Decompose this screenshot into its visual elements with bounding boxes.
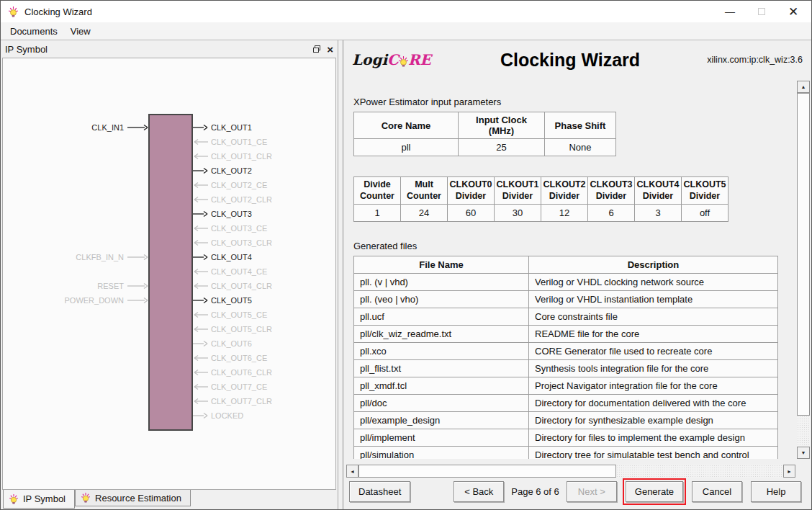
wizard-footer: Datasheet < Back Page 6 of 6 Next > Gene… xyxy=(343,478,811,509)
port-clk_out6_clr: CLK_OUT6_CLR xyxy=(211,367,272,377)
table-cell: Verilog or VHDL instantiation template xyxy=(529,291,778,308)
scroll-up-button[interactable]: ▲ xyxy=(797,81,810,93)
table-cell: Directory tree for simulatable test benc… xyxy=(529,447,778,459)
table-cell: 12 xyxy=(541,205,588,222)
back-button[interactable]: < Back xyxy=(454,481,504,502)
close-icon: ✕ xyxy=(788,6,798,18)
maximize-icon xyxy=(758,8,765,15)
table-cell: 6 xyxy=(588,205,635,222)
port-clk_out6: CLK_OUT6 xyxy=(211,339,252,349)
close-button[interactable]: ✕ xyxy=(782,3,804,20)
column-header: File Name xyxy=(354,256,529,274)
column-header: Mult Counter xyxy=(401,177,448,205)
port-clk_in1: CLK_IN1 xyxy=(3,122,124,133)
table-cell: 1 xyxy=(354,205,401,222)
generated-files-table: File NameDescriptionpll. (v | vhd)Verilo… xyxy=(353,256,778,459)
table-row: pll25None xyxy=(354,139,616,156)
port-clk_out3_clr: CLK_OUT3_CLR xyxy=(211,238,272,248)
wizard-page-panel: LogiCRE Clocking Wizard xilinx.com:ip:cl… xyxy=(343,40,811,509)
port-clk_out4_ce: CLK_OUT4_CE xyxy=(211,267,267,277)
port-clk_out1_clr: CLK_OUT1_CLR xyxy=(211,151,272,161)
minimize-button[interactable]: — xyxy=(719,3,741,20)
column-header: Phase Shift xyxy=(545,112,616,139)
maximize-button[interactable] xyxy=(751,3,772,20)
table-cell: 30 xyxy=(495,205,541,222)
generate-highlight-box: Generate xyxy=(623,478,686,505)
table-cell: pll_flist.txt xyxy=(354,360,529,377)
port-clk_out3: CLK_OUT3 xyxy=(211,209,252,219)
column-header: CLKOUT3 Divider xyxy=(588,177,635,205)
table-cell: pll/example_design xyxy=(354,412,529,429)
tab-label: Resource Estimation xyxy=(95,493,181,504)
column-header: Divide Counter xyxy=(354,177,401,205)
datasheet-button[interactable]: Datasheet xyxy=(349,481,410,502)
port-power_down: POWER_DOWN xyxy=(3,295,124,305)
title-bar: Clocking Wizard — ✕ xyxy=(1,1,811,22)
vertical-scroll-thumb[interactable] xyxy=(797,93,810,416)
ip-symbol-panel: IP Symbol × CLK_OUT1CLK_OUT1_CECLK_OUT1_… xyxy=(1,40,338,509)
page-indicator: Page 6 of 6 xyxy=(511,486,559,497)
port-clk_out2_clr: CLK_OUT2_CLR xyxy=(211,194,272,205)
dock-title: IP Symbol xyxy=(5,44,48,55)
table-cell: pll/clk_wiz_readme.txt xyxy=(354,326,529,343)
port-clk_out2: CLK_OUT2 xyxy=(211,166,252,176)
float-panel-icon[interactable] xyxy=(312,45,321,53)
table-row: pll/clk_wiz_readme.txtREADME file for th… xyxy=(354,326,778,343)
port-clk_out5_clr: CLK_OUT5_CLR xyxy=(211,324,272,334)
menu-documents[interactable]: Documents xyxy=(4,24,64,39)
table-row: pll. (veo | vho)Verilog or VHDL instanti… xyxy=(354,291,778,308)
help-button[interactable]: Help xyxy=(751,481,801,502)
logo-text-logi: Logi xyxy=(352,51,387,68)
table-row: pll/simulationDirectory tree for simulat… xyxy=(354,447,778,459)
port-clk_out1: CLK_OUT1 xyxy=(211,122,252,133)
generate-button[interactable]: Generate xyxy=(626,481,683,502)
scroll-right-button[interactable]: ► xyxy=(783,465,795,478)
port-reset: RESET xyxy=(3,281,124,291)
port-clk_out5: CLK_OUT5 xyxy=(211,295,252,305)
logo-text-re: RE xyxy=(408,51,431,68)
table-cell: pll.ucf xyxy=(354,308,529,326)
xpower-table: Core NameInput Clock (MHz)Phase Shiftpll… xyxy=(353,112,616,156)
dock-close-icon[interactable]: × xyxy=(327,44,333,55)
tab-resource-estimation[interactable]: Resource Estimation xyxy=(75,490,191,506)
tab-ip-symbol[interactable]: IP Symbol xyxy=(3,490,75,509)
summary-content: XPower Estimator input parameters Core N… xyxy=(343,79,797,459)
vertical-scrollbar: ▲ ▼ xyxy=(797,81,810,459)
table-cell: 25 xyxy=(459,139,545,156)
ip-symbol-diagram: CLK_OUT1CLK_OUT1_CECLK_OUT1_CLRCLK_OUT2C… xyxy=(2,58,336,490)
logo-lightbulb-icon xyxy=(398,56,409,67)
table-row: pll/docDirectory for documentation deliv… xyxy=(354,395,778,412)
clocking-wizard-window: Clocking Wizard — ✕ Documents View IP Sy… xyxy=(0,0,812,510)
table-cell: pll. (veo | vho) xyxy=(354,291,529,308)
ip-block xyxy=(148,114,193,431)
table-cell: pll xyxy=(354,139,459,156)
table-cell: None xyxy=(545,139,616,156)
table-cell: Directory for files to implement the exa… xyxy=(529,429,778,447)
lightbulb-icon xyxy=(9,494,19,504)
column-header: CLKOUT0 Divider xyxy=(448,177,495,205)
column-header: CLKOUT2 Divider xyxy=(541,177,588,205)
table-row: pll.ucfCore constraints file xyxy=(354,308,778,326)
port-clkfb_in_n: CLKFB_IN_N xyxy=(3,252,124,262)
port-clk_out6_ce: CLK_OUT6_CE xyxy=(211,353,267,363)
column-header: CLKOUT1 Divider xyxy=(495,177,541,205)
port-clk_out3_ce: CLK_OUT3_CE xyxy=(211,223,267,233)
column-header: Input Clock (MHz) xyxy=(459,112,545,139)
tab-label: IP Symbol xyxy=(23,493,66,504)
logo-text-c: C xyxy=(387,51,399,68)
panel-splitter[interactable] xyxy=(338,40,343,509)
port-clk_out4_clr: CLK_OUT4_CLR xyxy=(211,281,272,291)
xpower-caption: XPower Estimator input parameters xyxy=(353,97,793,107)
scroll-down-button[interactable]: ▼ xyxy=(797,447,810,459)
table-row: pll_flist.txtSynthesis tools integration… xyxy=(354,360,778,377)
horizontal-scroll-thumb[interactable] xyxy=(358,465,616,478)
dock-header: IP Symbol × xyxy=(1,40,338,58)
logicore-logo: LogiCRE xyxy=(352,51,460,68)
table-cell: Project Navigator integration file for t… xyxy=(529,377,778,395)
port-clk_out7_ce: CLK_OUT7_CE xyxy=(211,382,267,392)
menu-view[interactable]: View xyxy=(64,24,97,39)
table-cell: 60 xyxy=(448,205,495,222)
window-title: Clocking Wizard xyxy=(24,6,92,17)
cancel-button[interactable]: Cancel xyxy=(692,481,742,502)
scroll-left-button[interactable]: ◄ xyxy=(346,465,358,478)
